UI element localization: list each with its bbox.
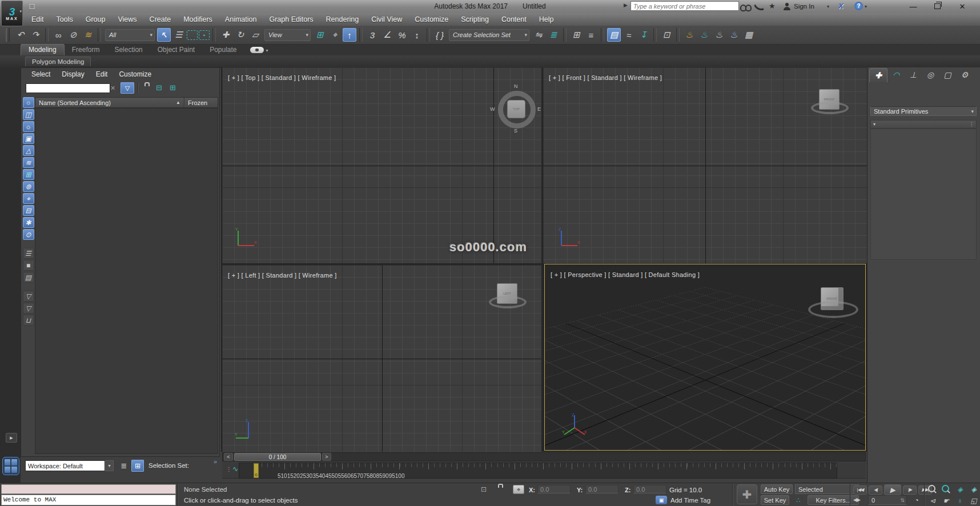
filter-objects-toggle[interactable]: ○	[23, 97, 34, 108]
viewport-front[interactable]: [ + ] [ Front ] [ Standard ] [ Wireframe…	[543, 67, 867, 263]
ribbon-tab-object-paint[interactable]: Object Paint	[150, 45, 202, 55]
zoom-extents-button[interactable]: ◈	[954, 484, 966, 495]
frozen-column-header[interactable]: Frozen	[185, 99, 218, 106]
schematic-view-button[interactable]: ↧	[637, 28, 650, 42]
curve-editor-button[interactable]: ≈	[622, 28, 636, 42]
minimize-button[interactable]: —	[901, 0, 925, 13]
z-coordinate-field[interactable]: 0.0	[633, 485, 666, 493]
next-frame-button[interactable]: |▶	[903, 485, 917, 495]
help-dropdown-icon[interactable]: ▾	[865, 4, 867, 9]
reference-coordinate-system-dropdown[interactable]: View	[264, 29, 311, 41]
auto-key-toggle[interactable]: Auto Key	[761, 484, 793, 494]
named-selection-sets-dropdown[interactable]: Create Selection Set	[449, 29, 529, 41]
viewport-left[interactable]: [ + ] [ Left ] [ Standard ] [ Wireframe …	[222, 265, 541, 452]
polygon-modeling-panel-button[interactable]: Polygon Modeling	[25, 57, 91, 67]
menu-graph-editors[interactable]: Graph Editors	[263, 15, 319, 23]
menu-civil-view[interactable]: Civil View	[365, 15, 408, 23]
frame-ruler[interactable]: 0 51015202530354045505560657075808590951…	[239, 463, 837, 479]
infocenter-search-input[interactable]	[630, 1, 739, 11]
material-editor-button[interactable]: ⊡	[660, 28, 673, 42]
command-tab-modify[interactable]: ◠	[887, 68, 905, 82]
communication-center-icon[interactable]	[754, 2, 764, 13]
display-none-button[interactable]: ■	[23, 260, 34, 271]
menu-rendering[interactable]: Rendering	[320, 15, 366, 23]
ribbon-tab-freeform[interactable]: Freeform	[65, 45, 107, 55]
compass-east-label[interactable]: E	[537, 106, 541, 112]
menu-views[interactable]: Views	[111, 15, 143, 23]
filter-combinations-button[interactable]: ▽	[23, 291, 34, 302]
filter-space-warps-toggle[interactable]: ≋	[23, 157, 34, 168]
edit-named-selection-sets-button[interactable]: { }	[433, 28, 447, 42]
key-filters-button[interactable]: Key Filters...	[808, 495, 859, 505]
ribbon-minimize-dropdown-icon[interactable]: ▾	[266, 48, 268, 53]
maxscript-macro-recorder[interactable]	[1, 484, 176, 494]
explorer-menu-edit[interactable]: Edit	[90, 70, 114, 78]
select-and-move-button[interactable]: ✚	[219, 28, 232, 42]
toolbar-overflow-chevron[interactable]: »	[214, 458, 217, 465]
object-type-rollout-body[interactable]	[870, 128, 977, 260]
selection-filter-dropdown[interactable]: All	[105, 29, 155, 41]
play-button[interactable]: ▶	[884, 484, 901, 495]
selection-filter-icon[interactable]: ▽	[121, 82, 134, 94]
display-list-view-button[interactable]: ☰	[23, 248, 34, 259]
explorer-menu-select[interactable]: Select	[26, 70, 56, 78]
filter-particles-toggle[interactable]: ⊟	[23, 205, 34, 216]
x-coordinate-field[interactable]: 0.0	[537, 485, 571, 493]
menu-animation[interactable]: Animation	[219, 15, 263, 23]
use-pivot-point-center-button[interactable]: ⊞	[313, 28, 327, 42]
filter-lights-toggle[interactable]: ☼	[23, 121, 34, 132]
angle-snap-toggle[interactable]: ∠	[380, 28, 394, 42]
pan-view-button[interactable]: ☛	[940, 496, 953, 506]
bind-to-space-warp-button[interactable]: ≋	[81, 28, 95, 42]
align-button[interactable]: ≣	[547, 28, 560, 42]
explorer-menu-display[interactable]: Display	[56, 70, 90, 78]
zoom-all-button[interactable]	[940, 484, 953, 495]
go-to-start-button[interactable]: |◀◀	[853, 485, 867, 495]
rectangular-selection-region-button[interactable]	[187, 30, 198, 40]
rendered-frame-window-button[interactable]: ♨	[697, 28, 711, 42]
command-tab-create[interactable]: ✚	[869, 68, 887, 82]
select-and-link-button[interactable]: ∞	[51, 28, 65, 42]
rollout-menu-icon[interactable]: ⋮	[969, 122, 974, 127]
select-and-scale-button[interactable]: ▱	[248, 28, 262, 42]
filter-bones-toggle[interactable]: ⌖	[23, 193, 34, 204]
new-scene-button[interactable]: □	[25, 1, 39, 12]
toggle-ribbon-button[interactable]: ▤	[607, 28, 621, 42]
maximize-viewport-toggle[interactable]: ◱	[967, 496, 980, 506]
explorer-column-header[interactable]: Name (Sorted Ascending) ▲ Frozen	[35, 97, 218, 108]
render-production-button[interactable]: ♨	[712, 28, 726, 42]
unlink-selection-button[interactable]: ⊘	[66, 28, 80, 42]
filter-groups-toggle[interactable]: ⊞	[23, 169, 34, 180]
maxscript-mini-listener[interactable]: Welcome to MAX	[1, 495, 176, 505]
menu-help[interactable]: Help	[533, 15, 560, 23]
display-details-button[interactable]: ▤	[23, 272, 34, 283]
ribbon-minimize-pill[interactable]	[250, 47, 264, 53]
viewport-top-label[interactable]: [ + ] [ Top ] [ Standard ] [ Wireframe ]	[228, 74, 336, 81]
current-frame-marker[interactable]: 0	[254, 463, 259, 478]
advanced-filter-button[interactable]: ▽	[23, 303, 34, 314]
window-crossing-toggle[interactable]: ▪	[199, 30, 210, 40]
viewcube[interactable]: FRONT	[821, 287, 844, 310]
sort-ascending-icon[interactable]: ▲	[176, 100, 180, 105]
scene-explorer-list[interactable]	[35, 108, 218, 454]
viewcube[interactable]: FRONT	[819, 89, 840, 110]
zoom-extents-all-button[interactable]: ◈	[967, 484, 980, 495]
viewcube-top-face[interactable]: TOP	[507, 100, 525, 118]
toggle-layer-explorer-button[interactable]: ≡	[584, 28, 598, 42]
sign-in-button[interactable]: Sign In	[794, 3, 814, 10]
viewport-perspective-label[interactable]: [ + ] [ Perspective ] [ Standard ] [ Def…	[551, 271, 700, 278]
previous-frame-button[interactable]: ◀|	[869, 485, 882, 495]
undo-button[interactable]: ↶	[14, 28, 27, 42]
menu-group[interactable]: Group	[79, 15, 112, 23]
new-key-mode-icon[interactable]: ∴	[792, 495, 805, 505]
keyboard-shortcut-override-toggle[interactable]: ↑	[343, 28, 356, 42]
search-clear-icon[interactable]: ✕	[110, 85, 115, 92]
filter-cameras-toggle[interactable]: ▣	[23, 133, 34, 144]
time-configuration-icon[interactable]: ◔	[910, 495, 923, 505]
search-binoculars-icon[interactable]	[740, 5, 746, 11]
time-tag-cube-icon[interactable]: ▣	[656, 496, 667, 504]
menu-customize[interactable]: Customize	[408, 15, 455, 23]
viewport-left-label[interactable]: [ + ] [ Left ] [ Standard ] [ Wireframe …	[228, 272, 337, 279]
3ds-max-logo[interactable]: 3 MAX ▾	[1, 1, 23, 26]
filter-containers-toggle[interactable]: ⊚	[23, 181, 34, 192]
